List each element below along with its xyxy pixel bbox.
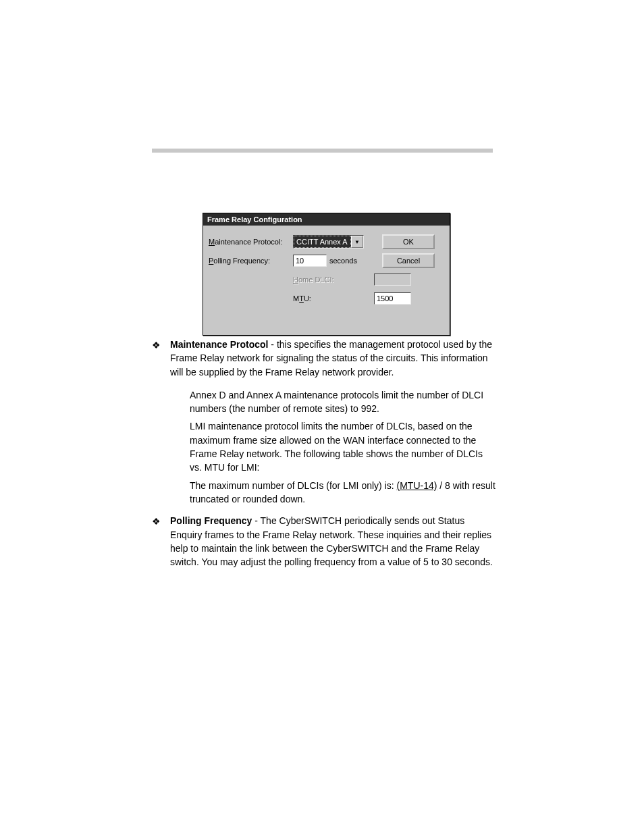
bullet-glyph-icon: ❖ [152,515,161,573]
maintenance-protocol-heading: Maintenance Protocol [170,339,268,350]
maintenance-protocol-value: CCITT Annex A [294,236,351,248]
maintenance-protocol-p4: The maximum number of DLCIs (for LMI onl… [190,479,496,506]
ok-button[interactable]: OK [382,234,435,249]
bullet-glyph-icon: ❖ [152,339,161,383]
dialog-title: Frame Relay Configuration [203,213,450,226]
polling-frequency-heading: Polling Frequency [170,515,252,526]
home-dlci-label: Home DLCI: [293,276,374,284]
maintenance-protocol-combo[interactable]: CCITT Annex A ▼ [293,235,364,249]
section-rule [152,149,493,153]
maintenance-protocol-label: Maintenance Protocol: [209,238,293,246]
polling-frequency-unit: seconds [329,257,357,265]
mtu-input[interactable] [374,292,411,305]
frame-relay-dialog: Frame Relay Configuration Maintenance Pr… [203,213,450,336]
home-dlci-input [374,273,411,286]
polling-frequency-label: Polling Frequency: [209,257,293,265]
cancel-button[interactable]: Cancel [382,253,435,268]
maintenance-protocol-p2: Annex D and Annex A maintenance protocol… [190,388,496,416]
polling-frequency-input[interactable] [293,255,327,267]
maintenance-protocol-p3: LMI maintenance protocol limits the numb… [190,419,496,474]
chevron-down-icon[interactable]: ▼ [351,236,363,248]
body-text: ❖ Maintenance Protocol - this specifies … [152,338,496,578]
mtu-label: MTU: [293,294,374,303]
